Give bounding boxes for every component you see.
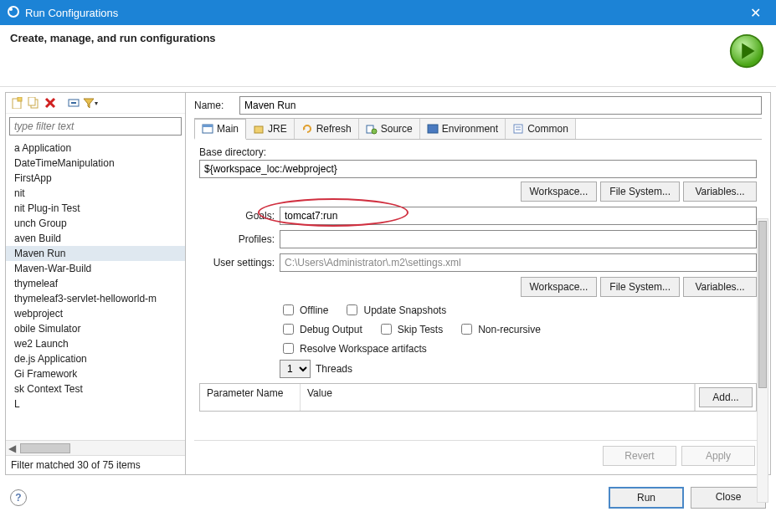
config-item[interactable]: nit	[6, 186, 185, 201]
duplicate-config-icon[interactable]	[26, 95, 41, 110]
config-item[interactable]: Maven-War-Build	[6, 261, 185, 276]
svg-point-18	[372, 129, 377, 134]
name-label: Name:	[194, 100, 234, 111]
debug-output-checkbox[interactable]: Debug Output	[280, 321, 362, 337]
name-input[interactable]	[239, 96, 762, 115]
tab-jre[interactable]: JRE	[246, 119, 295, 139]
run-button[interactable]: Run	[609, 487, 684, 509]
workspace-button-2[interactable]: Workspace...	[521, 277, 598, 297]
svg-rect-7	[28, 97, 35, 105]
profiles-label: Profiles:	[199, 233, 275, 245]
jre-tab-icon	[253, 123, 265, 135]
tab-common[interactable]: Common	[506, 119, 576, 139]
tab-bar: Main JRE Refresh Source Environment	[194, 118, 762, 140]
filesystem-button[interactable]: File System...	[600, 182, 680, 202]
config-item[interactable]: obile Simulator	[6, 321, 185, 336]
usersettings-input[interactable]	[280, 253, 757, 272]
parameter-table: Parameter Name Value Add...	[199, 383, 757, 412]
apply-button: Apply	[681, 446, 755, 466]
offline-checkbox[interactable]: Offline	[280, 302, 328, 318]
tab-refresh[interactable]: Refresh	[295, 119, 359, 139]
title-bar: Run Configurations ✕	[0, 0, 776, 25]
page-heading: Create, manage, and run configurations	[10, 32, 216, 44]
tab-environment[interactable]: Environment	[420, 119, 506, 139]
add-parameter-button[interactable]: Add...	[699, 387, 753, 407]
config-item[interactable]: thymeleaf	[6, 276, 185, 291]
variables-button[interactable]: Variables...	[683, 182, 757, 202]
left-panel: ▾ a ApplicationDateTimeManipulationFirst…	[6, 93, 186, 474]
footer: ? Run Close	[0, 480, 776, 517]
goals-label: Goals:	[199, 210, 275, 222]
svg-marker-12	[84, 99, 94, 108]
config-item[interactable]: a Application	[6, 141, 185, 156]
close-button[interactable]: Close	[691, 487, 766, 509]
config-item[interactable]: aven Build	[6, 231, 185, 246]
config-item[interactable]: FirstApp	[6, 171, 185, 186]
common-tab-icon	[512, 123, 524, 135]
window-title: Run Configurations	[25, 7, 118, 19]
config-item[interactable]: we2 Launch	[6, 336, 185, 351]
svg-rect-14	[203, 125, 213, 127]
tab-main[interactable]: Main	[194, 119, 246, 140]
revert-button: Revert	[603, 446, 676, 466]
filter-status: Filter matched 30 of 75 items	[6, 455, 185, 474]
goals-input[interactable]	[280, 207, 757, 225]
base-dir-input[interactable]	[199, 160, 757, 178]
run-large-icon	[727, 32, 766, 73]
param-value-header: Value	[301, 384, 695, 411]
update-snapshots-checkbox[interactable]: Update Snapshots	[343, 302, 446, 318]
config-item[interactable]: thymeleaf3-servlet-helloworld-m	[6, 291, 185, 306]
config-item[interactable]: sk Context Test	[6, 381, 185, 396]
filter-icon[interactable]: ▾	[83, 95, 98, 110]
skip-tests-checkbox[interactable]: Skip Tests	[378, 321, 443, 337]
left-toolbar: ▾	[6, 93, 185, 114]
profiles-input[interactable]	[280, 230, 757, 248]
source-tab-icon	[366, 123, 378, 135]
non-recursive-checkbox[interactable]: Non-recursive	[458, 321, 541, 337]
config-item[interactable]: L	[6, 396, 185, 412]
config-list[interactable]: a ApplicationDateTimeManipulationFirstAp…	[6, 139, 185, 440]
threads-label: Threads	[316, 363, 352, 375]
resolve-workspace-checkbox[interactable]: Resolve Workspace artifacts	[280, 340, 427, 356]
svg-rect-5	[18, 97, 22, 101]
eclipse-icon	[7, 5, 20, 21]
svg-rect-15	[254, 126, 263, 133]
header-area: Create, manage, and run configurations	[0, 25, 776, 87]
config-item[interactable]: nit Plug-in Test	[6, 201, 185, 216]
config-item[interactable]: DateTimeManipulation	[6, 156, 185, 171]
workspace-button[interactable]: Workspace...	[521, 182, 598, 202]
environment-tab-icon	[427, 123, 439, 135]
threads-select[interactable]: 1	[280, 360, 311, 378]
config-item[interactable]: Gi Framework	[6, 366, 185, 381]
collapse-all-icon[interactable]	[66, 95, 81, 110]
right-panel: Name: Main JRE Refresh Source	[186, 93, 770, 474]
usersettings-label: User settings:	[199, 257, 275, 269]
tab-source[interactable]: Source	[359, 119, 420, 139]
config-item[interactable]: unch Group	[6, 216, 185, 231]
config-item[interactable]: de.js Application	[6, 351, 185, 366]
refresh-tab-icon	[301, 123, 313, 135]
config-item[interactable]: webproject	[6, 306, 185, 321]
close-icon[interactable]: ✕	[742, 2, 769, 24]
filesystem-button-2[interactable]: File System...	[600, 277, 680, 297]
config-item[interactable]: Maven Run	[6, 246, 185, 261]
main-tab-icon	[202, 123, 213, 135]
help-icon[interactable]: ?	[10, 489, 27, 506]
variables-button-2[interactable]: Variables...	[683, 277, 757, 297]
delete-config-icon[interactable]	[43, 95, 58, 110]
param-name-header: Parameter Name	[200, 384, 301, 411]
filter-input[interactable]	[9, 117, 182, 136]
svg-rect-20	[514, 125, 522, 133]
v-scrollbar[interactable]	[757, 218, 768, 503]
h-scrollbar[interactable]: ◀	[6, 440, 185, 455]
svg-rect-19	[428, 125, 438, 133]
new-config-icon[interactable]	[9, 95, 24, 110]
base-dir-label: Base directory:	[199, 146, 757, 158]
svg-point-1	[9, 8, 13, 11]
